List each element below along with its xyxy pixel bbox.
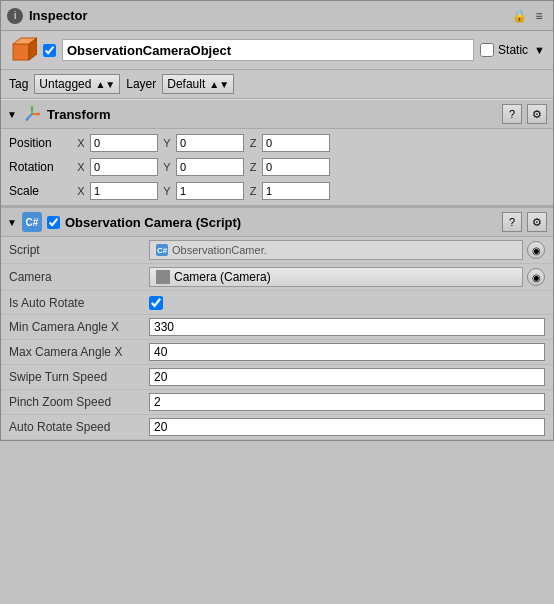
transform-title: Transform: [47, 107, 497, 122]
rotation-x-label: X: [74, 161, 88, 173]
script-fields: Script C# ObservationCamer. ◉ Camera Cam…: [1, 237, 553, 440]
svg-marker-6: [30, 106, 34, 109]
field-pinch-zoom-speed: Pinch Zoom Speed: [1, 390, 553, 415]
max-camera-angle-x-input[interactable]: [149, 343, 545, 361]
layer-label: Layer: [126, 77, 156, 91]
script-component-icon: C#: [22, 212, 42, 232]
transform-rotation-row: Rotation X Y Z: [1, 155, 553, 179]
position-label: Position: [9, 136, 74, 150]
object-enabled-checkbox[interactable]: [43, 44, 56, 57]
scale-z-label: Z: [246, 185, 260, 197]
field-is-auto-rotate: Is Auto Rotate: [1, 291, 553, 315]
scale-z-input[interactable]: [262, 182, 330, 200]
tag-select[interactable]: Untagged ▲▼: [34, 74, 120, 94]
static-label: Static: [498, 43, 528, 57]
transform-scale-row: Scale X Y Z: [1, 179, 553, 203]
scale-x-label: X: [74, 185, 88, 197]
field-auto-rotate-speed: Auto Rotate Speed: [1, 415, 553, 440]
transform-collapse-arrow[interactable]: ▼: [7, 109, 17, 120]
rotation-z-label: Z: [246, 161, 260, 173]
script-small-icon: C#: [156, 244, 168, 256]
tag-label: Tag: [9, 77, 28, 91]
static-dropdown-arrow[interactable]: ▼: [534, 44, 545, 56]
layer-select[interactable]: Default ▲▼: [162, 74, 234, 94]
inspector-icon: i: [7, 8, 23, 24]
position-xyz: X Y Z: [74, 134, 545, 152]
field-min-camera-angle-x: Min Camera Angle X: [1, 315, 553, 340]
object-name-input[interactable]: [62, 39, 474, 61]
position-x-input[interactable]: [90, 134, 158, 152]
field-is-auto-rotate-label: Is Auto Rotate: [9, 296, 149, 310]
field-script: Script C# ObservationCamer. ◉: [1, 237, 553, 264]
scale-y-input[interactable]: [176, 182, 244, 200]
min-camera-angle-x-input[interactable]: [149, 318, 545, 336]
position-z-label: Z: [246, 137, 260, 149]
field-camera-label: Camera: [9, 270, 149, 284]
svg-marker-4: [37, 112, 40, 116]
title-bar-title: Inspector: [29, 8, 511, 23]
layer-dropdown-arrow: ▲▼: [209, 79, 229, 90]
field-camera: Camera Camera (Camera) ◉: [1, 264, 553, 291]
auto-rotate-speed-input[interactable]: [149, 418, 545, 436]
object-enabled-checkbox-wrap[interactable]: [43, 44, 56, 57]
script-enabled-checkbox[interactable]: [47, 216, 60, 229]
position-x-label: X: [74, 137, 88, 149]
object-row: Static ▼: [1, 31, 553, 70]
transform-settings-btn[interactable]: ⚙: [527, 104, 547, 124]
script-help-btn[interactable]: ?: [502, 212, 522, 232]
is-auto-rotate-checkbox[interactable]: [149, 296, 163, 310]
menu-button[interactable]: ≡: [531, 8, 547, 24]
rotation-y-label: Y: [160, 161, 174, 173]
transform-component-header: ▼ Transform ? ⚙: [1, 99, 553, 129]
tag-dropdown-arrow: ▲▼: [95, 79, 115, 90]
field-auto-rotate-speed-label: Auto Rotate Speed: [9, 420, 149, 434]
rotation-xyz: X Y Z: [74, 158, 545, 176]
lock-button[interactable]: 🔒: [511, 8, 527, 24]
script-component-header: ▼ C# Observation Camera (Script) ? ⚙: [1, 206, 553, 237]
swipe-turn-speed-input[interactable]: [149, 368, 545, 386]
scale-x-input[interactable]: [90, 182, 158, 200]
camera-small-icon: [156, 270, 170, 284]
script-component-title: Observation Camera (Script): [65, 215, 497, 230]
script-enabled-wrap[interactable]: [47, 216, 60, 229]
scale-label: Scale: [9, 184, 74, 198]
rotation-y-input[interactable]: [176, 158, 244, 176]
field-min-camera-angle-x-label: Min Camera Angle X: [9, 320, 149, 334]
position-y-input[interactable]: [176, 134, 244, 152]
svg-rect-0: [13, 44, 29, 60]
scale-y-label: Y: [160, 185, 174, 197]
transform-position-row: Position X Y Z: [1, 131, 553, 155]
field-max-camera-angle-x-label: Max Camera Angle X: [9, 345, 149, 359]
transform-help-btn[interactable]: ?: [502, 104, 522, 124]
tag-layer-row: Tag Untagged ▲▼ Layer Default ▲▼: [1, 70, 553, 99]
static-wrap: Static: [480, 43, 528, 57]
position-z-input[interactable]: [262, 134, 330, 152]
script-settings-btn[interactable]: ⚙: [527, 212, 547, 232]
field-camera-value: Camera (Camera): [149, 267, 523, 287]
field-swipe-turn-speed: Swipe Turn Speed: [1, 365, 553, 390]
rotation-z-input[interactable]: [262, 158, 330, 176]
inspector-window: i Inspector 🔒 ≡ Static ▼ Tag Untagged ▲▼: [0, 0, 554, 441]
scale-xyz: X Y Z: [74, 182, 545, 200]
object-cube-icon: [9, 36, 37, 64]
field-pinch-zoom-speed-label: Pinch Zoom Speed: [9, 395, 149, 409]
transform-icon: [22, 104, 42, 124]
static-checkbox[interactable]: [480, 43, 494, 57]
camera-circle-btn[interactable]: ◉: [527, 268, 545, 286]
pinch-zoom-speed-input[interactable]: [149, 393, 545, 411]
field-script-value: C# ObservationCamer.: [149, 240, 523, 260]
title-bar-actions: 🔒 ≡: [511, 8, 547, 24]
field-max-camera-angle-x: Max Camera Angle X: [1, 340, 553, 365]
script-collapse-arrow[interactable]: ▼: [7, 217, 17, 228]
script-circle-btn[interactable]: ◉: [527, 241, 545, 259]
rotation-x-input[interactable]: [90, 158, 158, 176]
field-script-label: Script: [9, 243, 149, 257]
position-y-label: Y: [160, 137, 174, 149]
title-bar: i Inspector 🔒 ≡: [1, 1, 553, 31]
rotation-label: Rotation: [9, 160, 74, 174]
transform-grid: Position X Y Z Rotation X Y Z: [1, 129, 553, 206]
field-swipe-turn-speed-label: Swipe Turn Speed: [9, 370, 149, 384]
